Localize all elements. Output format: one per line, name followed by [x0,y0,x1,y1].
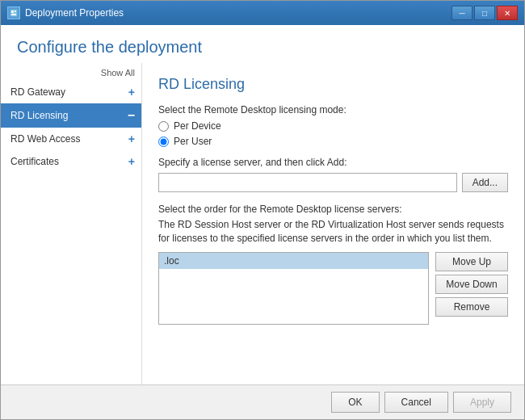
radio-item-per-device: Per Device [158,120,508,132]
show-all-label: Show All [1,66,141,81]
title-bar-buttons: ─ □ ✕ [452,6,518,20]
plus-icon: + [128,86,135,99]
cancel-button[interactable]: Cancel [384,392,448,413]
page-header: Configure the deployment [1,25,524,63]
window-title: Deployment Properties [25,7,124,19]
radio-item-per-user: Per User [158,136,508,147]
minimize-button[interactable]: ─ [452,6,472,20]
content-area: Show All RD Gateway + RD Licensing − RD … [1,63,524,384]
sidebar-item-rd-gateway[interactable]: RD Gateway + [1,81,141,103]
svg-rect-2 [15,10,16,12]
title-bar: Deployment Properties ─ □ ✕ [1,1,524,25]
ok-button[interactable]: OK [331,392,379,413]
licensing-mode-label: Select the Remote Desktop licensing mode… [158,104,508,116]
close-button[interactable]: ✕ [497,6,518,20]
bottom-bar: OK Cancel Apply [1,384,524,419]
license-server-label: Specify a license server, and then click… [158,157,508,168]
per-user-radio[interactable] [158,136,169,147]
svg-rect-1 [11,10,14,13]
sidebar-item-label: Certificates [10,156,59,167]
title-bar-left: Deployment Properties [7,6,124,19]
server-list-item[interactable]: .loc [159,253,428,269]
order-desc: The RD Session Host server or the RD Vir… [158,218,508,246]
page-title: Configure the deployment [17,38,508,57]
per-user-label: Per User [174,136,212,147]
app-icon [7,6,20,19]
per-device-radio[interactable] [158,121,169,132]
sidebar-item-rd-web-access[interactable]: RD Web Access + [1,128,141,150]
maximize-button[interactable]: □ [474,6,495,20]
per-device-label: Per Device [174,120,221,132]
plus-icon-certs: + [128,155,135,168]
remove-button[interactable]: Remove [435,297,508,317]
license-server-input-row: Add... [158,173,508,192]
sidebar-item-label: RD Licensing [10,110,68,121]
apply-button[interactable]: Apply [453,392,511,413]
sidebar-item-rd-licensing[interactable]: RD Licensing − [1,103,141,128]
section-title: RD Licensing [158,76,508,93]
sidebar-item-label: RD Web Access [10,133,80,145]
radio-group-licensing: Per Device Per User [158,120,508,147]
sidebar-item-certificates[interactable]: Certificates + [1,150,141,173]
sidebar: Show All RD Gateway + RD Licensing − RD … [1,63,142,384]
add-button[interactable]: Add... [462,173,508,192]
svg-rect-3 [11,14,16,15]
server-listbox[interactable]: .loc [158,252,429,325]
order-label: Select the order for the Remote Desktop … [158,204,508,215]
sidebar-item-label: RD Gateway [10,86,65,98]
right-panel: RD Licensing Select the Remote Desktop l… [142,63,524,384]
move-up-button[interactable]: Move Up [435,252,508,271]
plus-icon-web: + [128,132,135,145]
move-down-button[interactable]: Move Down [435,275,508,294]
server-list-area: .loc Move Up Move Down Remove [158,252,508,325]
minus-icon: − [128,108,135,123]
server-list-buttons: Move Up Move Down Remove [435,252,508,325]
window: Deployment Properties ─ □ ✕ Configure th… [0,0,525,420]
main-content: Configure the deployment Show All RD Gat… [1,25,524,419]
license-server-input[interactable] [158,173,457,192]
